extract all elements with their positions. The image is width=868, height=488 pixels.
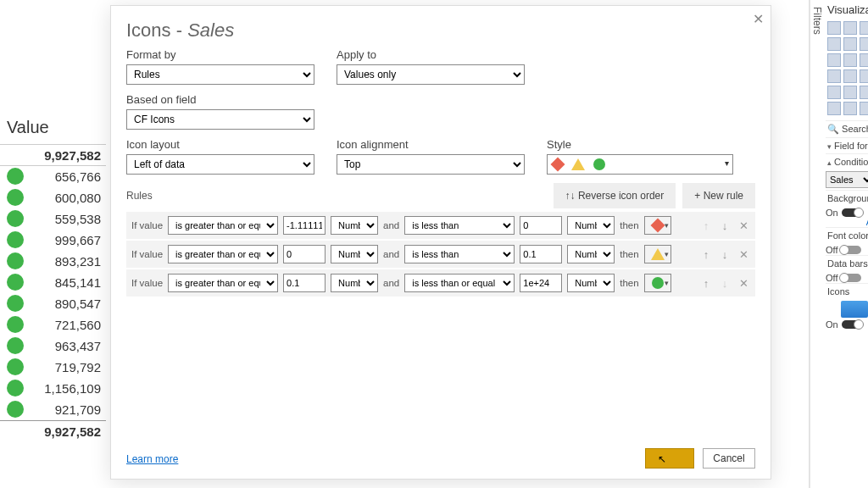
viz-icon[interactable]: [860, 102, 868, 115]
if-value-label: If value: [131, 220, 163, 230]
viz-pane-title: Visualizati: [826, 3, 868, 16]
table-row: 719,792: [0, 357, 106, 378]
and-label: and: [383, 220, 399, 230]
bgcolor-toggle[interactable]: On: [826, 208, 868, 218]
rule-value2-input[interactable]: [520, 274, 562, 292]
close-icon[interactable]: ✕: [753, 11, 764, 27]
reverse-icon-order-button[interactable]: ↑↓ Reverse icon order: [554, 183, 676, 208]
databars-label: Data bars: [826, 255, 868, 271]
move-up-icon[interactable]: ↑: [699, 248, 713, 261]
if-value-label: If value: [131, 278, 163, 288]
rule-value1-input[interactable]: [283, 216, 326, 235]
filters-tab[interactable]: Filters: [810, 0, 824, 488]
rule-row: If valueis greater than or equal toNumbe…: [126, 269, 755, 297]
ok-button[interactable]: OK ↖: [645, 448, 694, 469]
icons-toggle[interactable]: On: [826, 319, 868, 330]
subscribe-badge[interactable]: [841, 301, 868, 318]
new-rule-button[interactable]: + New rule: [682, 183, 755, 208]
circle-icon: [593, 158, 605, 170]
rules-label: Rules: [126, 190, 153, 202]
viz-icon[interactable]: [827, 86, 841, 99]
then-label: then: [620, 278, 638, 288]
search-row[interactable]: 🔍 Search: [826, 120, 868, 137]
circle-icon: [652, 277, 664, 289]
based-on-select[interactable]: CF Icons: [126, 109, 314, 130]
rule-type1-select[interactable]: Number: [331, 216, 378, 235]
status-icon: [7, 401, 24, 418]
viz-icon[interactable]: [843, 102, 857, 115]
rule-type1-select[interactable]: Number: [331, 274, 378, 292]
rule-type1-select[interactable]: Number: [331, 245, 378, 263]
viz-icon[interactable]: [860, 69, 868, 83]
viz-icon[interactable]: [860, 37, 868, 51]
table-row: 721,560: [0, 314, 106, 336]
apply-to-label: Apply to: [337, 48, 525, 61]
rule-value2-input[interactable]: [520, 216, 562, 235]
cancel-button[interactable]: Cancel: [703, 448, 755, 469]
style-select[interactable]: ▾: [547, 154, 733, 175]
based-on-label: Based on field: [126, 93, 314, 106]
rule-op2-select[interactable]: is less than: [404, 216, 515, 235]
rule-icon-select[interactable]: ▾: [644, 245, 671, 263]
cursor-icon: ↖: [658, 453, 666, 465]
rule-icon-select[interactable]: ▾: [644, 274, 671, 292]
viz-icon[interactable]: [860, 86, 868, 99]
table-row: 921,709: [0, 399, 106, 420]
learn-more-link[interactable]: Learn more: [126, 453, 178, 465]
viz-icon[interactable]: [843, 37, 857, 51]
icon-alignment-select[interactable]: Top: [337, 154, 525, 175]
status-icon: [7, 316, 24, 333]
field-formatting-section[interactable]: Field forma: [826, 137, 868, 153]
viz-icon[interactable]: [827, 69, 841, 83]
rule-value1-input[interactable]: [283, 274, 326, 292]
rule-type2-select[interactable]: Number: [567, 245, 615, 263]
databars-toggle[interactable]: Off: [826, 273, 868, 283]
rule-type2-select[interactable]: Number: [567, 216, 615, 235]
apply-to-select[interactable]: Values only: [337, 64, 525, 85]
viz-icon[interactable]: [843, 86, 857, 99]
delete-rule-icon[interactable]: ✕: [737, 248, 750, 261]
viz-icon[interactable]: [860, 53, 868, 67]
delete-rule-icon[interactable]: ✕: [737, 277, 750, 290]
status-icon: [7, 231, 24, 248]
viz-icon[interactable]: [827, 37, 841, 51]
viz-icon[interactable]: [827, 53, 841, 67]
move-down-icon[interactable]: ↓: [718, 248, 732, 261]
status-icon: [7, 274, 24, 291]
cond-field-select[interactable]: Sales: [826, 171, 868, 188]
viz-icon[interactable]: [843, 69, 857, 83]
conditional-formatting-section[interactable]: Conditiona: [826, 153, 868, 169]
triangle-icon: [651, 248, 665, 260]
rule-value2-input[interactable]: [520, 245, 562, 263]
rule-op2-select[interactable]: is less than or equal to: [404, 274, 515, 292]
format-by-select[interactable]: Rules: [126, 64, 314, 85]
diamond-icon: [551, 158, 565, 172]
move-down-icon[interactable]: ↓: [718, 219, 732, 232]
table-row: 999,667: [0, 230, 106, 251]
icon-layout-select[interactable]: Left of data: [126, 154, 314, 175]
bgcolor-label: Background: [826, 190, 868, 206]
rule-op1-select[interactable]: is greater than or equal to: [168, 216, 278, 235]
rule-op1-select[interactable]: is greater than or equal to: [168, 274, 278, 292]
viz-icon[interactable]: [860, 21, 868, 35]
rule-icon-select[interactable]: ▾: [644, 216, 671, 235]
icon-layout-label: Icon layout: [126, 138, 314, 151]
rule-type2-select[interactable]: Number: [567, 274, 615, 292]
advanced-link[interactable]: Adv: [826, 218, 868, 227]
rule-value1-input[interactable]: [283, 245, 326, 263]
rule-op2-select[interactable]: is less than: [404, 245, 515, 263]
move-up-icon[interactable]: ↑: [699, 277, 713, 290]
visualizations-pane: Filters Visualizati 🔍 Search Field forma…: [809, 0, 868, 488]
viz-icon[interactable]: [827, 21, 841, 35]
viz-icon[interactable]: [827, 102, 841, 115]
viz-gallery: [826, 19, 868, 120]
if-value-label: If value: [131, 249, 163, 259]
delete-rule-icon[interactable]: ✕: [737, 219, 750, 232]
viz-icon[interactable]: [843, 21, 857, 35]
rule-op1-select[interactable]: is greater than or equal to: [168, 245, 278, 263]
then-label: then: [620, 249, 638, 259]
viz-icon[interactable]: [843, 53, 857, 67]
fontcolor-toggle[interactable]: Off: [826, 245, 868, 255]
then-label: then: [620, 220, 638, 230]
dialog-title: Icons - Sales: [111, 6, 771, 48]
